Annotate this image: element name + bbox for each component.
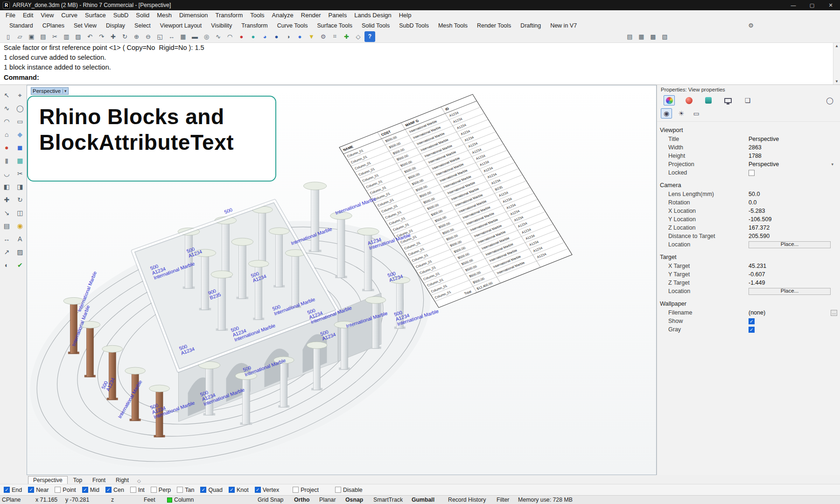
toolbar-tab-curve-tools[interactable]: Curve Tools: [273, 22, 313, 29]
prop-checkbox-locked[interactable]: [749, 170, 755, 176]
statusbar-filter[interactable]: Filter: [495, 497, 516, 503]
menu-panels[interactable]: Panels: [324, 10, 350, 21]
osnap-end[interactable]: ✓End: [4, 487, 22, 493]
menu-solid[interactable]: Solid: [132, 10, 153, 21]
sidebar-tool-split-icon[interactable]: ◧: [0, 181, 14, 192]
prop-button-location[interactable]: Place...: [749, 241, 831, 248]
menu-help[interactable]: Help: [395, 10, 415, 21]
view-tab-top[interactable]: Top: [69, 476, 87, 484]
toolbar-tab-standard[interactable]: Standard: [5, 22, 38, 29]
command-prompt[interactable]: Command:: [0, 72, 840, 83]
toolbar-tab-cplanes[interactable]: CPlanes: [38, 22, 69, 29]
prop-value-distance-to-target[interactable]: 205.590: [749, 233, 770, 239]
sidebar-tool-text-icon[interactable]: A: [14, 233, 27, 245]
osnap-disable[interactable]: Disable: [335, 487, 363, 493]
viewport-title-tab[interactable]: Perspective ▾: [31, 87, 69, 95]
toolbar-redo-icon[interactable]: ↷: [96, 31, 107, 42]
sidebar-tool-surface-icon[interactable]: ◆: [14, 129, 27, 140]
osnap-mid[interactable]: ✓Mid: [82, 487, 99, 493]
display-tab[interactable]: [703, 95, 714, 105]
menu-tools[interactable]: Tools: [246, 10, 268, 21]
prop-value-rotation[interactable]: 0.0: [749, 199, 756, 206]
toolbar-paste-icon[interactable]: ▨: [73, 31, 84, 42]
osnap-checkbox-int[interactable]: [130, 487, 136, 493]
menu-file[interactable]: File: [2, 10, 19, 21]
light-subtab[interactable]: ☀: [676, 108, 687, 119]
toolbar-osnap-toggle-icon[interactable]: ◎: [201, 31, 212, 42]
sidebar-tool-sphere-icon[interactable]: ●: [0, 142, 14, 153]
scroll-down-icon[interactable]: ▼: [835, 79, 839, 84]
menu-lands-design[interactable]: Lands Design: [350, 10, 395, 21]
toolbar-tab-select[interactable]: Select: [130, 22, 155, 29]
osnap-checkbox-end[interactable]: ✓: [4, 487, 10, 493]
prop-value-title[interactable]: Perspective: [749, 136, 779, 142]
toolbar-tab-mesh-tools[interactable]: Mesh Tools: [434, 22, 472, 29]
command-scrollbar[interactable]: ▲ ▼: [833, 43, 840, 84]
menu-curve[interactable]: Curve: [57, 10, 81, 21]
sidebar-tool-circle-icon[interactable]: ◯: [14, 103, 27, 114]
menu-analyze[interactable]: Analyze: [268, 10, 297, 21]
frame-subtab[interactable]: ▭: [691, 108, 702, 119]
toolbar-tab-solid-tools[interactable]: Solid Tools: [357, 22, 394, 29]
menu-transform[interactable]: Transform: [211, 10, 246, 21]
chevron-down-icon[interactable]: ▾: [831, 162, 833, 167]
osnap-checkbox-tan[interactable]: [177, 487, 183, 493]
sidebar-tool-dimension-icon[interactable]: ↔: [0, 233, 14, 245]
toolbar-tab-new-in-v7[interactable]: New in V7: [546, 22, 581, 29]
prop-value-width[interactable]: 2863: [749, 144, 762, 151]
toolbar-grid-icon[interactable]: ▦: [178, 31, 189, 42]
prop-checkbox-gray[interactable]: ✓: [749, 327, 755, 333]
osnap-point[interactable]: Point: [55, 487, 76, 493]
menu-view[interactable]: View: [37, 10, 57, 21]
statusbar-column[interactable]: Column: [165, 497, 235, 503]
osnap-checkbox-disable[interactable]: [335, 487, 341, 493]
monitor-tab[interactable]: [722, 95, 734, 105]
sidebar-tool-select-icon[interactable]: ↖: [0, 90, 14, 101]
chevron-down-icon[interactable]: ▾: [63, 89, 67, 93]
sidebar-tool-mesh-icon[interactable]: ▦: [14, 155, 27, 166]
toolbar-tab-surface-tools[interactable]: Surface Tools: [312, 22, 357, 29]
sidebar-tool-leader-icon[interactable]: ↗: [0, 246, 14, 258]
menu-mesh[interactable]: Mesh: [153, 10, 175, 21]
menu-render[interactable]: Render: [297, 10, 325, 21]
osnap-project[interactable]: Project: [293, 487, 319, 493]
sidebar-tool-trim-icon[interactable]: ✂: [14, 168, 27, 179]
osnap-perp[interactable]: Perp: [151, 487, 171, 493]
menu-edit[interactable]: Edit: [19, 10, 37, 21]
sidebar-tool-visibility-icon[interactable]: ◐: [0, 259, 14, 271]
toolbar-print-icon[interactable]: ▤: [38, 31, 49, 42]
menu-dimension[interactable]: Dimension: [175, 10, 211, 21]
osnap-cen[interactable]: ✓Cen: [105, 487, 124, 493]
perspective-viewport[interactable]: NAMECOSTMANF GIDColumn_01$500.00Internat…: [27, 85, 657, 475]
statusbar-record-history[interactable]: Record History: [446, 497, 495, 503]
prop-value-height[interactable]: 1788: [749, 153, 762, 159]
toolbar-diamond-icon[interactable]: ◇: [353, 31, 364, 42]
sidebar-tool-join-icon[interactable]: ◨: [14, 181, 27, 192]
toolbar-add-green-icon[interactable]: ✚: [341, 31, 352, 42]
toolbar-tab-viewport-layout[interactable]: Viewport Layout: [155, 22, 206, 29]
statusbar-planar[interactable]: Planar: [317, 497, 343, 503]
statusbar-smarttrack[interactable]: SmartTrack: [371, 497, 410, 503]
osnap-checkbox-point[interactable]: [55, 487, 61, 493]
sidebar-tool-scale-icon[interactable]: ↘: [0, 207, 14, 218]
sidebar-tool-move-icon[interactable]: ✚: [0, 194, 14, 205]
menu-surface[interactable]: Surface: [81, 10, 110, 21]
sidebar-tool-hatch-icon[interactable]: ▨: [14, 246, 27, 258]
command-area[interactable]: Scale factor or first reference point <1…: [0, 43, 840, 85]
sidebar-tool-fillet-icon[interactable]: ◡: [0, 168, 14, 179]
osnap-checkbox-perp[interactable]: [151, 487, 157, 493]
toolbar-pan-icon[interactable]: ✚: [108, 31, 119, 42]
toolbar-layers-panel-icon[interactable]: ▤: [624, 31, 635, 42]
sidebar-tool-mirror-icon[interactable]: ◫: [14, 207, 27, 218]
view-tab-right[interactable]: Right: [111, 476, 133, 484]
gear-icon[interactable]: ⚙: [748, 22, 754, 29]
sidebar-tool-arc-icon[interactable]: ◠: [0, 116, 14, 127]
minimize-button[interactable]: —: [784, 0, 803, 10]
prop-value-x-location[interactable]: -5.283: [749, 208, 765, 214]
prop-value-y-location[interactable]: -106.509: [749, 216, 771, 223]
osnap-quad[interactable]: ✓Quad: [200, 487, 223, 493]
view-tab-menu-icon[interactable]: ◇: [134, 478, 144, 484]
toolbar-zoom-out-icon[interactable]: ⊖: [143, 31, 154, 42]
browse-button[interactable]: …: [831, 310, 837, 316]
toolbar-zoom-extents-icon[interactable]: ↔: [166, 31, 177, 42]
